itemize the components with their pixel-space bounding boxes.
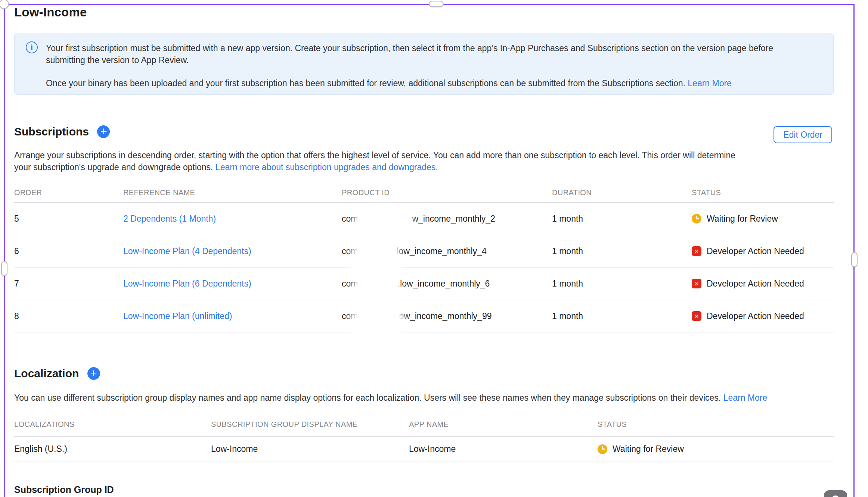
table-row: English (U.S.) Low-Income Low-Income Wai… — [14, 437, 834, 462]
status-label: Developer Action Needed — [707, 279, 804, 289]
product-id-cell: comw_income_monthly_2 — [342, 214, 552, 224]
status-label: Developer Action Needed — [707, 246, 804, 256]
column-header-duration: DURATION — [552, 188, 692, 197]
table-row: 6 Low-Income Plan (4 Dependents) comlow_… — [14, 235, 834, 268]
info-icon — [26, 41, 38, 53]
status-cell: Developer Action Needed — [692, 311, 834, 321]
page-title: Low-Income — [14, 5, 87, 19]
column-header-app-name: APP NAME — [409, 420, 598, 429]
edit-order-button[interactable]: Edit Order — [774, 126, 832, 143]
localization-section-header: Localization — [14, 367, 834, 386]
add-localization-plus-icon[interactable] — [87, 367, 100, 380]
display-name-cell: Low-Income — [211, 444, 409, 454]
subscriptions-heading: Subscriptions — [14, 125, 89, 138]
duration-cell: 1 month — [552, 279, 692, 289]
product-id-prefix: com — [342, 246, 358, 256]
localization-cell: English (U.S.) — [14, 444, 211, 454]
subscriptions-table: ORDER REFERENCE NAME PRODUCT ID DURATION… — [14, 188, 834, 332]
column-header-order: ORDER — [14, 188, 123, 197]
app-name-cell: Low-Income — [409, 444, 598, 454]
selection-handle-middle-right[interactable] — [851, 252, 858, 267]
status-label: Developer Action Needed — [707, 311, 804, 321]
order-cell: 5 — [14, 214, 123, 224]
localization-table: LOCALIZATIONS SUBSCRIPTION GROUP DISPLAY… — [14, 420, 834, 462]
localization-description: You can use different subscription group… — [14, 392, 834, 404]
column-header-group-display-name: SUBSCRIPTION GROUP DISPLAY NAME — [211, 420, 409, 429]
product-id-suffix: w_income_monthly_2 — [412, 214, 495, 224]
localization-learn-more-link[interactable]: Learn More — [723, 393, 768, 403]
status-cell: Developer Action Needed — [692, 279, 834, 289]
status-cell: Developer Action Needed — [692, 246, 834, 256]
add-subscription-plus-icon[interactable] — [97, 125, 110, 138]
table-row: 5 2 Dependents (1 Month) comw_income_mon… — [14, 203, 834, 235]
waiting-for-review-icon — [598, 444, 607, 454]
product-id-suffix: ow_income_monthly_99 — [399, 311, 492, 321]
developer-action-needed-icon — [692, 311, 701, 321]
developer-action-needed-icon — [692, 246, 701, 256]
status-cell: Waiting for Review — [598, 444, 834, 454]
selection-handle-middle-left[interactable] — [1, 261, 7, 276]
column-header-status: STATUS — [692, 188, 834, 197]
product-id-suffix: low_income_monthly_4 — [397, 246, 486, 256]
column-header-localizations: LOCALIZATIONS — [14, 420, 211, 429]
selection-handle-top-left[interactable] — [0, 0, 9, 9]
column-header-product-id: PRODUCT ID — [342, 188, 552, 197]
reference-name-link[interactable]: Low-Income Plan (6 Dependents) — [123, 279, 251, 288]
status-cell: Waiting for Review — [692, 214, 834, 224]
product-id-prefix: com.a — [342, 279, 365, 288]
help-button[interactable] — [824, 490, 847, 497]
reference-name-link[interactable]: Low-Income Plan (unlimited) — [123, 311, 232, 321]
subscriptions-description: Arrange your subscriptions in descending… — [14, 149, 746, 173]
banner-paragraph-2-text: Once your binary has been uploaded and y… — [46, 78, 685, 88]
banner-paragraph-1: Your first subscription must be submitte… — [46, 42, 797, 66]
developer-action-needed-icon — [692, 279, 701, 288]
column-header-reference-name: REFERENCE NAME — [123, 188, 342, 197]
table-row: 7 Low-Income Plan (6 Dependents) com.a.l… — [14, 268, 834, 300]
localization-description-text: You can use different subscription group… — [14, 393, 721, 403]
info-banner: Your first subscription must be submitte… — [14, 33, 834, 95]
duration-cell: 1 month — [552, 214, 692, 224]
duration-cell: 1 month — [552, 246, 692, 256]
subscriptions-section-header: Subscriptions Edit Order — [14, 125, 834, 144]
order-cell: 8 — [14, 311, 123, 321]
selection-handle-top-center[interactable] — [429, 1, 444, 7]
product-id-prefix: com — [342, 311, 358, 321]
order-cell: 6 — [14, 246, 123, 256]
product-id-cell: com.a.low_income_monthly_6 — [342, 279, 552, 289]
product-id-prefix: com — [342, 214, 358, 224]
localization-heading: Localization — [14, 367, 79, 380]
order-cell: 7 — [14, 279, 123, 289]
column-header-status: STATUS — [598, 420, 834, 429]
reference-name-link[interactable]: 2 Dependents (1 Month) — [123, 214, 216, 224]
banner-learn-more-link[interactable]: Learn More — [688, 78, 732, 88]
reference-name-link[interactable]: Low-Income Plan (4 Dependents) — [123, 246, 251, 256]
product-id-cell: comow_income_monthly_99 — [342, 311, 552, 321]
duration-cell: 1 month — [552, 311, 692, 321]
table-row: 8 Low-Income Plan (unlimited) comow_inco… — [14, 300, 834, 332]
product-id-suffix: .low_income_monthly_6 — [398, 279, 490, 288]
status-label: Waiting for Review — [707, 214, 778, 224]
waiting-for-review-icon — [692, 214, 701, 224]
upgrades-downgrades-link[interactable]: Learn more about subscription upgrades a… — [216, 162, 438, 172]
product-id-cell: comlow_income_monthly_4 — [342, 246, 552, 256]
localization-table-header: LOCALIZATIONS SUBSCRIPTION GROUP DISPLAY… — [14, 420, 834, 437]
banner-paragraph-2: Once your binary has been uploaded and y… — [46, 77, 822, 89]
status-label: Waiting for Review — [613, 444, 684, 454]
subscriptions-table-header: ORDER REFERENCE NAME PRODUCT ID DURATION… — [14, 188, 834, 203]
subscription-group-id-label: Subscription Group ID — [14, 484, 114, 495]
